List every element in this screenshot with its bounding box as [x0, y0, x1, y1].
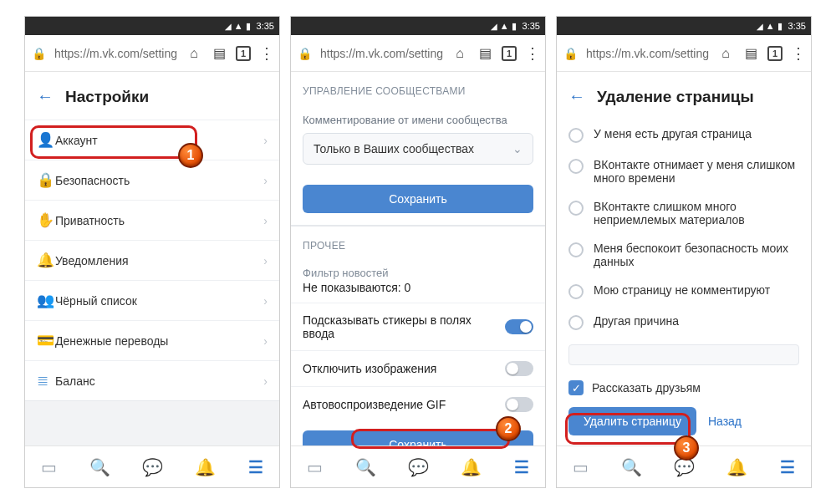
- reason-label: Мою страницу не комментируют: [594, 283, 770, 297]
- switch-off[interactable]: [505, 397, 533, 412]
- settings-item-security[interactable]: 🔒 Безопасность ›: [25, 160, 279, 200]
- filter-label: Фильтр новостей: [291, 260, 545, 281]
- hand-icon: ✋: [37, 211, 55, 229]
- downloads-icon[interactable]: ▤: [211, 45, 227, 61]
- overflow-menu-icon[interactable]: ⋮: [259, 44, 273, 63]
- home-icon[interactable]: ⌂: [186, 46, 202, 61]
- switch-on[interactable]: [505, 319, 533, 334]
- reason-option[interactable]: ВКонтакте слишком много неприемлемых мат…: [557, 192, 811, 234]
- status-bar: ◢ ▲ ▮ 3:35: [557, 17, 811, 35]
- downloads-icon[interactable]: ▤: [742, 45, 759, 61]
- home-icon[interactable]: ⌂: [717, 46, 734, 61]
- settings-item-label: Уведомления: [55, 254, 263, 267]
- tab-count[interactable]: 1: [236, 46, 251, 61]
- nav-notifications-icon[interactable]: 🔔: [195, 457, 216, 477]
- delete-page-button[interactable]: Удалить страницу: [568, 407, 696, 435]
- community-comment-select[interactable]: Только в Ваших сообществах ⌄: [303, 133, 533, 165]
- nav-menu-icon[interactable]: ☰: [780, 457, 795, 477]
- reason-option[interactable]: ВКонтакте отнимает у меня слишком много …: [557, 150, 811, 192]
- back-arrow-icon[interactable]: ←: [568, 87, 585, 106]
- settings-item-balance[interactable]: ≣ Баланс ›: [25, 360, 279, 400]
- radio-icon[interactable]: [568, 242, 584, 257]
- url-text[interactable]: https://m.vk.com/settings: [320, 47, 443, 60]
- network-icon: ◢: [225, 22, 232, 31]
- page-title: Удаление страницы: [597, 88, 754, 106]
- status-bar: ◢ ▲ ▮ 3:35: [291, 17, 545, 35]
- nav-search-icon[interactable]: 🔍: [621, 457, 642, 477]
- network-icon: ◢: [491, 22, 497, 31]
- toggle-label: Отключить изображения: [303, 362, 436, 375]
- radio-icon[interactable]: [568, 201, 584, 216]
- tab-count[interactable]: 1: [502, 46, 517, 61]
- settings-item-account[interactable]: 👤 Аккаунт ›: [25, 120, 279, 160]
- radio-icon[interactable]: [568, 159, 584, 174]
- nav-messages-icon[interactable]: 💬: [408, 457, 429, 477]
- nav-menu-icon[interactable]: ☰: [248, 457, 263, 477]
- settings-item-transfers[interactable]: 💳 Денежные переводы ›: [25, 320, 279, 360]
- nav-menu-icon[interactable]: ☰: [514, 457, 529, 477]
- wifi-icon: ▲: [500, 21, 509, 31]
- chevron-right-icon: ›: [263, 254, 268, 267]
- chevron-right-icon: ›: [263, 174, 268, 187]
- nav-search-icon[interactable]: 🔍: [355, 457, 376, 477]
- nav-messages-icon[interactable]: 💬: [142, 457, 163, 477]
- reason-label: ВКонтакте отнимает у меня слишком много …: [594, 158, 799, 185]
- toggle-disable-images[interactable]: Отключить изображения: [291, 350, 545, 386]
- switch-off[interactable]: [505, 361, 533, 376]
- nav-search-icon[interactable]: 🔍: [89, 457, 110, 477]
- stack-icon: ≣: [37, 372, 55, 389]
- bottom-nav: ▭ 🔍 💬 🔔 ☰: [25, 445, 279, 487]
- checkbox-checked-icon[interactable]: ✓: [568, 380, 584, 395]
- reason-label: У меня есть другая страница: [594, 127, 752, 140]
- toggle-label: Подсказывать стикеры в полях ввода: [303, 313, 505, 340]
- filter-value: Не показываются: 0: [291, 281, 545, 303]
- chevron-right-icon: ›: [263, 374, 268, 388]
- tutorial-badge-3: 3: [674, 435, 699, 461]
- url-text[interactable]: https://m.vk.com/settings?: [586, 47, 709, 60]
- radio-icon[interactable]: [568, 128, 584, 143]
- browser-url-bar: 🔒 https://m.vk.com/settings? ⌂ ▤ 1 ⋮: [25, 35, 279, 72]
- nav-news-icon[interactable]: ▭: [307, 457, 323, 477]
- toggle-stickers[interactable]: Подсказывать стикеры в полях ввода: [291, 303, 545, 350]
- downloads-icon[interactable]: ▤: [477, 45, 493, 61]
- chevron-right-icon: ›: [263, 134, 268, 147]
- settings-item-notifications[interactable]: 🔔 Уведомления ›: [25, 240, 279, 280]
- reason-option[interactable]: Мою страницу не комментируют: [557, 276, 811, 307]
- page-header: ← Настройки: [25, 72, 279, 120]
- clock: 3:35: [257, 21, 274, 31]
- toggle-label: Автовоспроизведение GIF: [303, 398, 446, 411]
- nav-notifications-icon[interactable]: 🔔: [461, 457, 482, 477]
- settings-item-label: Аккаунт: [55, 134, 263, 147]
- settings-item-blacklist[interactable]: 👥 Чёрный список ›: [25, 280, 279, 320]
- screenshot-3: ◢ ▲ ▮ 3:35 🔒 https://m.vk.com/settings? …: [556, 16, 812, 488]
- section-header: УПРАВЛЕНИЕ СООБЩЕСТВАМИ: [291, 72, 545, 105]
- tell-friends-row[interactable]: ✓ Рассказать друзьям: [557, 372, 811, 404]
- battery-icon: ▮: [246, 21, 251, 32]
- page-title: Настройки: [65, 88, 149, 106]
- radio-icon[interactable]: [568, 284, 584, 299]
- browser-url-bar: 🔒 https://m.vk.com/settings ⌂ ▤ 1 ⋮: [291, 35, 545, 72]
- nav-news-icon[interactable]: ▭: [41, 457, 57, 477]
- reason-option[interactable]: У меня есть другая страница: [557, 120, 811, 150]
- overflow-menu-icon[interactable]: ⋮: [791, 44, 804, 63]
- overflow-menu-icon[interactable]: ⋮: [525, 44, 538, 63]
- reason-label: Другая причина: [594, 314, 679, 328]
- browser-url-bar: 🔒 https://m.vk.com/settings? ⌂ ▤ 1 ⋮: [557, 35, 811, 72]
- back-link[interactable]: Назад: [708, 415, 742, 428]
- radio-icon[interactable]: [568, 315, 584, 330]
- reason-option[interactable]: Другая причина: [557, 307, 811, 338]
- home-icon[interactable]: ⌂: [451, 46, 468, 61]
- reason-textarea[interactable]: [568, 344, 799, 365]
- battery-icon: ▮: [777, 21, 782, 32]
- url-text[interactable]: https://m.vk.com/settings?: [54, 47, 177, 60]
- back-arrow-icon[interactable]: ←: [37, 87, 54, 106]
- lock-icon: 🔒: [563, 47, 578, 60]
- settings-item-privacy[interactable]: ✋ Приватность ›: [25, 200, 279, 240]
- tab-count[interactable]: 1: [767, 46, 782, 61]
- tutorial-badge-1: 1: [178, 143, 203, 168]
- nav-notifications-icon[interactable]: 🔔: [726, 457, 747, 477]
- reason-option[interactable]: Меня беспокоит безопасность моих данных: [557, 234, 811, 276]
- save-button[interactable]: Сохранить: [303, 185, 533, 213]
- nav-news-icon[interactable]: ▭: [573, 457, 589, 477]
- wifi-icon: ▲: [766, 21, 775, 31]
